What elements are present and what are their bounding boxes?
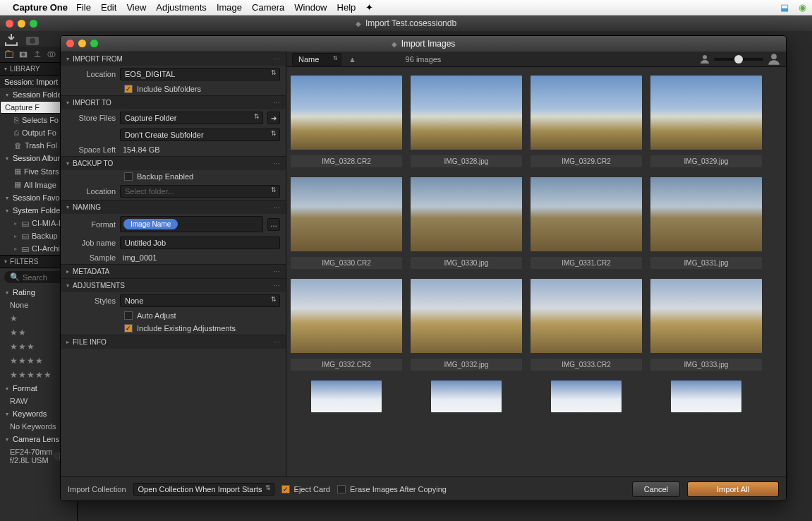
menu-camera[interactable]: Camera <box>252 2 284 13</box>
thumbnail[interactable]: IMG_0328.jpg <box>411 76 522 167</box>
search-icon: 🔍 <box>10 273 20 282</box>
thumbnail-grid[interactable]: IMG_0328.CR2 IMG_0328.jpg IMG_0329.CR2 I… <box>286 67 786 477</box>
filename: IMG_0328.CR2 <box>291 155 402 167</box>
eject-card-checkbox[interactable]: ✓ Eject Card <box>281 485 330 493</box>
svg-point-7 <box>703 55 707 59</box>
library-tab-icon[interactable] <box>4 49 14 59</box>
location-select[interactable]: EOS_DIGITAL <box>120 68 280 80</box>
camera-icon[interactable] <box>25 35 40 46</box>
menu-script-icon[interactable]: ✦ <box>365 2 373 13</box>
thumbnail[interactable]: IMG_0330.CR2 <box>291 177 402 269</box>
zoom-icon[interactable] <box>30 20 37 28</box>
thumbnail-size-slider[interactable] <box>714 58 763 61</box>
thumbnail[interactable]: IMG_0331.jpg <box>650 177 762 269</box>
adjust-tab-icon[interactable] <box>47 49 56 59</box>
thumbnail[interactable]: IMG_0332.jpg <box>411 279 522 371</box>
store-files-select[interactable]: Capture Folder <box>120 112 263 124</box>
menu-image[interactable]: Image <box>217 2 242 13</box>
import-all-button[interactable]: Import All <box>687 481 779 497</box>
thumbnail[interactable]: IMG_0328.CR2 <box>291 76 402 167</box>
filename: IMG_0328.jpg <box>411 155 522 167</box>
subfolder-select[interactable]: Don't Create Subfolder <box>120 128 280 141</box>
close-icon[interactable] <box>6 20 13 28</box>
menu-view[interactable]: View <box>126 2 146 13</box>
thumbnail[interactable]: IMG_0331.CR2 <box>531 177 642 269</box>
filename: IMG_0330.CR2 <box>291 257 402 269</box>
sort-select[interactable]: Name <box>292 53 341 66</box>
svg-point-4 <box>21 52 25 56</box>
section-backup-to[interactable]: BACKUP TO⋯ <box>61 157 286 170</box>
menu-file[interactable]: File <box>76 2 91 13</box>
space-left-value: 154.84 GB <box>120 145 160 154</box>
large-thumb-icon[interactable] <box>768 53 780 66</box>
naming-format-field[interactable]: Image Name <box>120 216 263 232</box>
menu-adjustments[interactable]: Adjustments <box>156 2 207 13</box>
filename: IMG_0329.jpg <box>650 155 762 167</box>
app-name[interactable]: Capture One <box>13 2 68 13</box>
section-naming[interactable]: NAMING⋯ <box>61 200 286 214</box>
backup-location-label: Location <box>66 187 116 196</box>
filename: IMG_0331.jpg <box>650 257 762 269</box>
checkbox-icon: ✓ <box>124 324 133 333</box>
include-subfolders-checkbox[interactable]: ✓ Include Subfolders <box>61 83 286 95</box>
cancel-button[interactable]: Cancel <box>632 481 680 497</box>
section-import-to[interactable]: IMPORT TO⋯ <box>61 96 286 109</box>
status-icon[interactable]: ◉ <box>799 2 806 13</box>
checkbox-icon <box>124 311 133 320</box>
thumbnail[interactable]: IMG_0333.CR2 <box>531 279 642 371</box>
sample-label: Sample <box>66 253 116 262</box>
thumbnail[interactable] <box>531 381 642 412</box>
filename: IMG_0330.jpg <box>411 257 522 269</box>
section-import-from[interactable]: IMPORT FROM⋯ <box>61 52 286 66</box>
goto-folder-button[interactable]: ➔ <box>267 112 280 124</box>
thumbnail[interactable]: IMG_0330.jpg <box>411 177 522 269</box>
menu-window[interactable]: Window <box>294 2 327 13</box>
filename: IMG_0332.CR2 <box>291 359 402 371</box>
sample-value: img_0001 <box>120 253 157 262</box>
thumbnail-grid-panel: Name ▲ 96 images IMG_0328.CR2 IMG_0328.j… <box>286 52 786 477</box>
jobname-field[interactable]: Untitled Job <box>120 236 280 249</box>
naming-token[interactable]: Image Name <box>123 219 178 229</box>
section-adjustments[interactable]: ADJUSTMENTS⋯ <box>61 279 286 292</box>
styles-label: Styles <box>66 297 116 305</box>
dialog-zoom-icon[interactable] <box>90 40 98 47</box>
filename: IMG_0333.CR2 <box>531 359 642 371</box>
naming-options-button[interactable]: … <box>267 218 280 231</box>
window-traffic-lights[interactable] <box>6 20 37 28</box>
output-tab-icon[interactable] <box>32 49 42 59</box>
dialog-traffic-lights[interactable] <box>66 40 98 47</box>
import-dialog: ◆ Import Images IMPORT FROM⋯ Location EO… <box>60 35 787 501</box>
thumbnail[interactable]: IMG_0333.jpg <box>650 279 762 371</box>
backup-location-select[interactable]: Select folder... <box>120 185 280 198</box>
styles-select[interactable]: None <box>120 294 280 307</box>
thumbnail[interactable]: IMG_0332.CR2 <box>291 279 402 371</box>
minimize-icon[interactable] <box>18 20 25 28</box>
import-icon[interactable] <box>4 34 18 47</box>
import-collection-label: Import Collection <box>68 485 126 493</box>
small-thumb-icon[interactable] <box>700 54 710 64</box>
dialog-close-icon[interactable] <box>66 40 74 47</box>
thumbnail[interactable] <box>291 381 402 412</box>
dialog-title: Import Images <box>401 39 456 49</box>
jobname-label: Job name <box>66 239 116 247</box>
section-metadata[interactable]: METADATA⋯ <box>61 265 286 278</box>
menu-help[interactable]: Help <box>337 2 356 13</box>
backup-enabled-checkbox[interactable]: Backup Enabled <box>61 170 286 183</box>
auto-adjust-checkbox[interactable]: Auto Adjust <box>61 309 286 322</box>
thumbnail[interactable] <box>650 381 762 412</box>
sort-direction-icon[interactable]: ▲ <box>349 55 356 64</box>
thumbnail[interactable] <box>411 381 522 412</box>
dropbox-icon[interactable]: ⬓ <box>780 2 789 13</box>
section-file-info[interactable]: FILE INFO⋯ <box>61 335 286 349</box>
window-title: Import Test.cosessiondb <box>365 18 456 28</box>
menu-edit[interactable]: Edit <box>101 2 116 13</box>
capture-tab-icon[interactable] <box>18 49 28 59</box>
dialog-minimize-icon[interactable] <box>78 40 86 47</box>
include-existing-checkbox[interactable]: ✓ Include Existing Adjustments <box>61 322 286 335</box>
erase-images-checkbox[interactable]: Erase Images After Copying <box>337 485 447 493</box>
checkbox-icon <box>337 485 346 493</box>
import-collection-select[interactable]: Open Collection When Import Starts <box>133 483 274 496</box>
thumbnail[interactable]: IMG_0329.CR2 <box>531 76 642 167</box>
filename: IMG_0331.CR2 <box>531 257 642 269</box>
thumbnail[interactable]: IMG_0329.jpg <box>650 76 762 167</box>
